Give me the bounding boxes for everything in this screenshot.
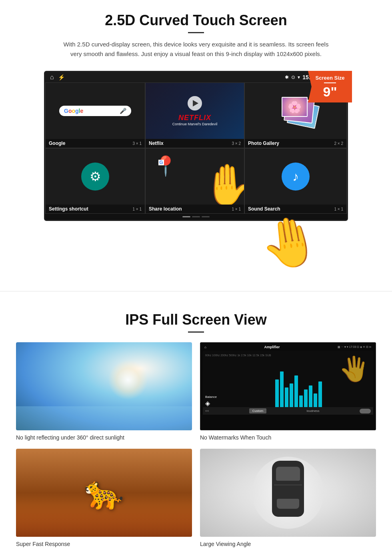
sound-app-size: 1 × 1 [334, 207, 343, 211]
amp-custom-button[interactable]: Custom [249, 408, 267, 413]
netflix-app-size: 3 × 2 [232, 141, 241, 146]
google-app-cell[interactable]: Google 🎤 Google 3 × 1 [45, 82, 145, 148]
gallery-label-bar: Photo Gallery 2 × 2 [245, 139, 346, 148]
amp-toggle-switch[interactable] [360, 409, 371, 413]
amp-caption: No Watermarks When Touch [200, 434, 376, 441]
bluetooth-icon: ✱ [285, 74, 289, 80]
section-divider [0, 291, 392, 291]
location-icon: ⊙ [291, 74, 295, 80]
image-item-cheetah: 🐆 Super Fast Response [16, 449, 192, 547]
sound-icon-wrap: ♪ [282, 163, 310, 191]
share-content: 📍 G 🤚 [146, 149, 244, 205]
sky-caption: No light reflecting under 360° direct su… [16, 434, 192, 441]
car-windshield [276, 467, 300, 481]
amp-loudness-label: loudness [307, 409, 320, 413]
netflix-label-bar: Netflix 3 × 2 [146, 139, 244, 148]
eq-bar-5 [294, 375, 298, 411]
device-screen: ⌂ ⚡ ✱ ⊙ ▾ 15:06 ⊡ ◈ ✕ ◻ [44, 71, 348, 221]
image-grid: No light reflecting under 360° direct su… [16, 342, 376, 547]
hand-pointing-icon: 🤚 [202, 161, 244, 205]
image-item-sky: No light reflecting under 360° direct su… [16, 342, 192, 441]
cheetah-silhouette-icon: 🐆 [84, 474, 124, 512]
amp-status-bar: ⌂ Amplifier ▦ ··· ♥ ▾ 17:33 ⊡ ◈ ✕ ⊟ ⊳ [203, 345, 373, 349]
car-image [200, 449, 376, 537]
play-triangle-icon [193, 100, 198, 106]
google-label-bar: Google 3 × 1 [46, 139, 145, 148]
amp-title: Amplifier [264, 345, 280, 349]
netflix-play-button[interactable] [188, 96, 202, 110]
settings-app-cell[interactable]: ⚙ Settings shortcut 1 × 1 [45, 148, 145, 214]
share-app-size: 1 × 1 [232, 207, 241, 211]
amp-image-box: ⌂ Amplifier ▦ ··· ♥ ▾ 17:33 ⊡ ◈ ✕ ⊟ ⊳ 60… [200, 342, 376, 430]
settings-content: ⚙ [46, 149, 145, 205]
google-app-size: 3 × 1 [132, 141, 142, 146]
eq-bar-1 [275, 379, 279, 411]
status-bar: ⌂ ⚡ ✱ ⊙ ▾ 15:06 ⊡ ◈ ✕ ◻ [45, 72, 347, 82]
home-icon[interactable]: ⌂ [50, 74, 54, 81]
sound-label-bar: Sound Search 1 × 1 [245, 205, 346, 213]
wifi-icon: ▾ [298, 74, 300, 80]
app-row-1: Google 🎤 Google 3 × 1 [45, 82, 347, 148]
sound-app-cell[interactable]: ♪ Sound Search 1 × 1 [244, 148, 347, 214]
badge-unit: " [330, 84, 337, 99]
sun-glow [108, 360, 148, 400]
car-body [272, 461, 304, 517]
hand-below-device: 🤚 [24, 215, 368, 271]
amplifier-screen: ⌂ Amplifier ▦ ··· ♥ ▾ 17:33 ⊡ ◈ ✕ ⊟ ⊳ 60… [200, 342, 376, 430]
settings-app-name: Settings shortcut [49, 206, 88, 212]
section-ips: IPS Full Screen View No light reflecting… [0, 303, 392, 558]
car-door-line [274, 485, 302, 485]
google-search-bar[interactable]: Google 🎤 [59, 106, 131, 116]
amp-eq-container: 60hz 100hz 200hz 500hz 1k 2.5k 10k 12.5k… [203, 351, 373, 415]
title-divider [188, 32, 204, 33]
section1-title: 2.5D Curved Touch Screen [24, 12, 368, 29]
gallery-app-name: Photo Gallery [248, 141, 279, 146]
amp-back-icon[interactable]: << [205, 409, 209, 413]
car-caption: Large Viewing Angle [200, 541, 376, 547]
maps-g-icon: G [159, 160, 163, 165]
badge-size-number: 9 [323, 84, 330, 99]
google-mic-icon[interactable]: 🎤 [120, 108, 126, 114]
netflix-logo: NETFLIX Continue Marvel's Daredevil [172, 114, 217, 126]
car-rear-window [277, 499, 299, 509]
google-content: Google 🎤 [46, 83, 145, 139]
section2-title: IPS Full Screen View [16, 311, 376, 328]
netflix-wordmark: NETFLIX [172, 114, 217, 122]
app-row-2: ⚙ Settings shortcut 1 × 1 📍 [45, 148, 347, 214]
netflix-subtitle: Continue Marvel's Daredevil [172, 122, 217, 126]
badge-divider [324, 82, 336, 83]
settings-icon-wrap: ⚙ [81, 163, 109, 191]
status-left: ⌂ ⚡ [50, 74, 65, 81]
screen-size-badge: Screen Size 9" [308, 71, 352, 102]
maps-pin-shape: 📍 G [154, 157, 178, 176]
maps-icon-container: 📍 G [154, 157, 178, 176]
sky-image [16, 342, 192, 430]
image-item-car: Large Viewing Angle [200, 449, 376, 547]
share-app-name: Share location [149, 206, 182, 212]
amp-status-icons: ▦ ··· ♥ ▾ 17:33 ⊡ ◈ ✕ ⊟ ⊳ [338, 345, 372, 349]
sound-app-name: Sound Search [248, 206, 280, 212]
gallery-flower-img: 🌸 [282, 97, 308, 117]
share-app-cell[interactable]: 📍 G 🤚 Share location 1 × 1 [145, 148, 244, 214]
cheetah-image-box: 🐆 [16, 449, 192, 537]
sound-content: ♪ [245, 149, 346, 205]
usb-icon: ⚡ [58, 74, 65, 80]
amp-bottom-bar: << Custom loudness [203, 407, 373, 415]
device-wrapper: Screen Size 9" ⌂ ⚡ ✱ ⊙ ▾ 15:06 ⊡ ◈ [44, 71, 348, 221]
sky-image-box [16, 342, 192, 430]
amp-hand-touch-icon: 🖐 [339, 355, 369, 383]
amp-home-icon: ⌂ [204, 345, 206, 349]
section2-divider [188, 331, 204, 333]
amp-speaker-icon: ◈ [205, 399, 271, 407]
netflix-app-cell[interactable]: NETFLIX Continue Marvel's Daredevil Netf… [145, 82, 244, 148]
share-label-bar: Share location 1 × 1 [146, 205, 244, 213]
netflix-app-name: Netflix [149, 141, 164, 146]
gallery-app-size: 2 × 2 [334, 141, 343, 146]
section-curved-screen: 2.5D Curved Touch Screen With 2.5D curve… [0, 0, 392, 279]
maps-g-letter: G [158, 160, 164, 165]
section1-desc: With 2.5D curved-display screen, this de… [60, 40, 332, 59]
music-note-icon: ♪ [292, 169, 299, 184]
car-circle-bg [252, 457, 324, 529]
google-logo: Google [64, 108, 83, 114]
cheetah-caption: Super Fast Response [16, 541, 192, 547]
